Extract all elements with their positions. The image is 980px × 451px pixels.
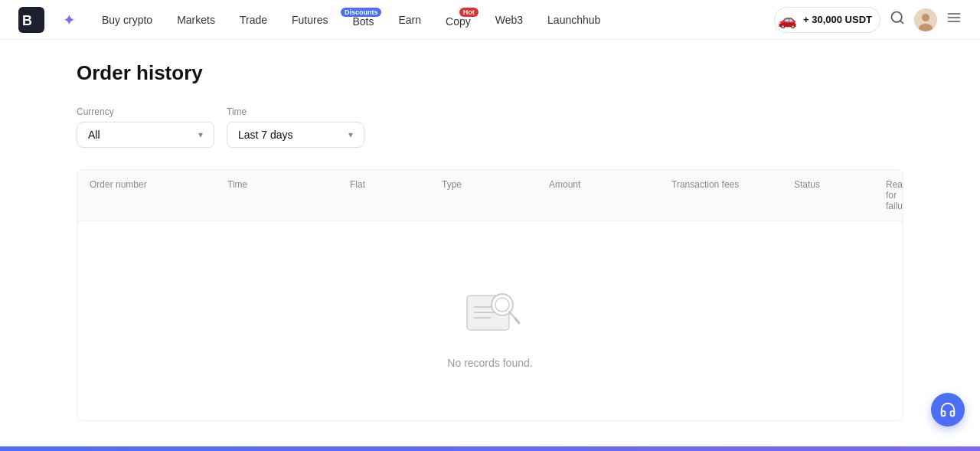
col-reason-failure: Reason for failure	[886, 179, 903, 211]
table-body: No records found.	[77, 221, 903, 420]
col-type: Type	[442, 179, 549, 211]
nav-items: Buy crypto Markets Trade Futures Discoun…	[91, 8, 768, 32]
nav-item-futures[interactable]: Futures	[281, 9, 338, 31]
filters: Currency All ▾ Time Last 7 days ▾	[77, 106, 903, 148]
col-amount: Amount	[549, 179, 671, 211]
col-status: Status	[794, 179, 886, 211]
time-label: Time	[227, 106, 364, 117]
diamond-icon: ✦	[63, 11, 76, 29]
reward-pill[interactable]: 🚗 + 30,000 USDT	[774, 7, 880, 33]
nav-item-trade[interactable]: Trade	[229, 9, 278, 31]
col-order-number: Order number	[90, 179, 227, 211]
svg-line-17	[515, 319, 519, 323]
nav-item-web3[interactable]: Web3	[485, 9, 534, 31]
svg-line-3	[900, 21, 903, 24]
nav-right: 🚗 + 30,000 USDT	[774, 7, 962, 33]
menu-button[interactable]	[946, 10, 962, 29]
car-icon: 🚗	[778, 11, 797, 29]
currency-select[interactable]: All ▾	[77, 122, 214, 148]
order-table: Order number Time Flat Type Amount Trans…	[77, 169, 903, 421]
reward-amount: + 30,000 USDT	[803, 14, 872, 25]
col-flat: Flat	[350, 179, 442, 211]
copy-badge: Hot	[459, 8, 479, 17]
col-time: Time	[227, 179, 350, 211]
empty-message: No records found.	[447, 357, 532, 369]
currency-value: All	[88, 129, 100, 141]
support-button[interactable]	[931, 393, 965, 426]
svg-point-15	[495, 298, 509, 312]
bots-badge: Discounts	[341, 8, 382, 17]
time-select[interactable]: Last 7 days ▾	[227, 122, 364, 148]
time-value: Last 7 days	[238, 129, 293, 141]
svg-point-5	[922, 14, 929, 21]
nav-item-bots[interactable]: Discounts Bots	[341, 8, 384, 32]
navbar: B ✦ Buy crypto Markets Trade Futures Dis…	[0, 0, 980, 40]
svg-line-16	[509, 312, 515, 319]
search-button[interactable]	[890, 10, 905, 29]
nav-item-markets[interactable]: Markets	[166, 9, 226, 31]
page-title: Order history	[77, 61, 903, 85]
currency-filter: Currency All ▾	[77, 106, 214, 148]
time-filter: Time Last 7 days ▾	[227, 106, 364, 148]
col-transaction-fees: Transaction fees	[671, 179, 794, 211]
nav-item-launchhub[interactable]: Launchhub	[537, 9, 611, 31]
avatar[interactable]	[914, 8, 937, 31]
table-header: Order number Time Flat Type Amount Trans…	[77, 170, 903, 221]
nav-item-buy-crypto[interactable]: Buy crypto	[91, 9, 163, 31]
currency-label: Currency	[77, 106, 214, 117]
logo[interactable]: B	[18, 7, 44, 33]
nav-item-copy[interactable]: Hot Copy	[435, 8, 482, 32]
time-chevron-icon: ▾	[348, 129, 353, 140]
main-content: Order history Currency All ▾ Time Last 7…	[0, 40, 980, 443]
empty-illustration	[452, 273, 528, 345]
bottom-bar	[0, 446, 980, 451]
svg-text:B: B	[22, 13, 32, 28]
nav-item-earn[interactable]: Earn	[387, 9, 432, 31]
currency-chevron-icon: ▾	[198, 129, 203, 140]
